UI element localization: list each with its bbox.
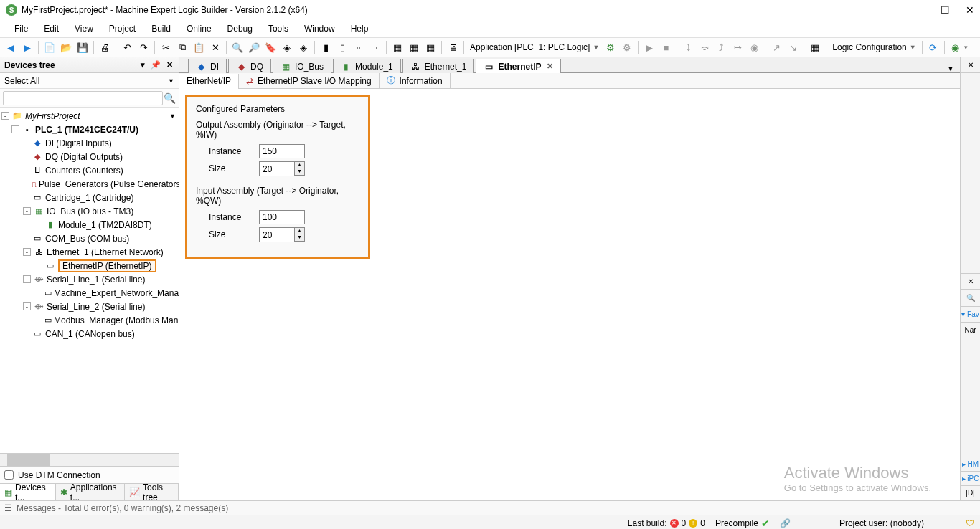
right-close-icon[interactable]: ✕	[961, 57, 980, 73]
clean-all-icon[interactable]: ▫	[367, 39, 383, 55]
right-d-tab[interactable]: |D|	[961, 486, 980, 500]
in-size-spinner[interactable]: ▲▼	[259, 227, 305, 242]
clean-icon[interactable]: ▫	[351, 39, 367, 55]
pin-icon[interactable]: 📌	[149, 60, 162, 70]
out-size-input[interactable]	[260, 162, 294, 176]
run-icon[interactable]: ▶	[641, 39, 657, 55]
collapse-icon[interactable]: -	[23, 302, 31, 310]
tree-di[interactable]: ◆ DI (Digital Inputs)	[0, 136, 179, 150]
shield-icon[interactable]: 🛡	[966, 518, 974, 528]
right-search-icon[interactable]: 🔍	[961, 290, 980, 307]
tree-counters[interactable]: ⵡ Counters (Counters)	[0, 163, 179, 177]
step-icon[interactable]: ↦	[730, 39, 745, 55]
panel2-icon[interactable]: ▦	[406, 39, 422, 55]
tree-ethernetip[interactable]: ▭ EthernetIP (EthernetIP)	[0, 259, 179, 272]
search-icon[interactable]: 🔍	[163, 92, 176, 104]
step-over-icon[interactable]: ⤼	[697, 39, 712, 55]
menu-debug[interactable]: Debug	[220, 22, 260, 35]
panel3-icon[interactable]: ▦	[423, 39, 438, 55]
collapse-icon[interactable]: -	[11, 125, 19, 133]
close-button[interactable]: ✕	[966, 4, 974, 16]
tree-serial1[interactable]: - ⟴ Serial_Line_1 (Serial line)	[0, 272, 179, 286]
tree-module1[interactable]: ▮ Module_1 (TM2DAI8DT)	[0, 218, 179, 232]
login-icon[interactable]: ⚙	[603, 39, 618, 55]
tree-dq[interactable]: ◆ DQ (Digital Outputs)	[0, 150, 179, 163]
menu-project[interactable]: Project	[102, 22, 143, 35]
right-fav-tab[interactable]: ▾ Fav	[961, 307, 980, 323]
bookmark-next-icon[interactable]: ◈	[296, 39, 311, 55]
tree-pulse[interactable]: ⎍ Pulse_Generators (Pulse Generators)	[0, 177, 179, 191]
panel1-icon[interactable]: ▦	[390, 39, 405, 55]
find-next-icon[interactable]: 🔎	[246, 39, 262, 55]
menu-file[interactable]: File	[7, 22, 35, 35]
rebuild-icon[interactable]: ▯	[334, 39, 350, 55]
subtab-ethernetip[interactable]: EtherNet/IP	[179, 74, 239, 90]
logout-icon[interactable]: ⚙	[619, 39, 635, 55]
chevron-down-icon[interactable]: ▼	[169, 113, 179, 120]
nav-back-icon[interactable]: ◀	[3, 39, 19, 55]
right-hm-tab[interactable]: ▸ HM	[961, 457, 980, 472]
select-all-row[interactable]: Select All ▼	[0, 73, 179, 89]
subtab-information[interactable]: ⓘInformation	[380, 73, 451, 89]
undo-icon[interactable]: ↶	[119, 39, 135, 55]
bookmark-icon[interactable]: 🔖	[263, 39, 278, 55]
tree-combus[interactable]: ▭ COM_Bus (COM bus)	[0, 232, 179, 245]
nav-forward-icon[interactable]: ▶	[19, 39, 35, 55]
tab-tools-tree[interactable]: 📈Tools tree	[125, 484, 179, 500]
menu-edit[interactable]: Edit	[37, 22, 66, 35]
tab-dq[interactable]: ◆DQ	[228, 59, 271, 73]
collapse-icon[interactable]: -	[23, 207, 31, 215]
tab-close-icon[interactable]: ✕	[547, 62, 553, 71]
find-icon[interactable]: 🔍	[230, 39, 245, 55]
spin-up-icon[interactable]: ▲	[295, 162, 304, 168]
redo-icon[interactable]: ↷	[136, 39, 151, 55]
dtm-checkbox[interactable]	[4, 470, 14, 480]
stop-icon[interactable]: ■	[658, 39, 674, 55]
spin-down-icon[interactable]: ▼	[295, 234, 304, 241]
out-size-spinner[interactable]: ▲▼	[259, 161, 305, 176]
cut-icon[interactable]: ✂	[158, 39, 174, 55]
tree-cartridge[interactable]: ▭ Cartridge_1 (Cartridge)	[0, 191, 179, 204]
status-icon[interactable]: ◉	[948, 39, 963, 55]
messages-bar[interactable]: ☰ Messages - Total 0 error(s), 0 warning…	[0, 500, 980, 515]
menu-tools[interactable]: Tools	[261, 22, 296, 35]
menu-view[interactable]: View	[67, 22, 100, 35]
menu-help[interactable]: Help	[344, 22, 376, 35]
tree-serial2[interactable]: - ⟴ Serial_Line_2 (Serial line)	[0, 300, 179, 313]
collapse-icon[interactable]: -	[23, 275, 31, 283]
menu-window[interactable]: Window	[297, 22, 342, 35]
right-close2-icon[interactable]: ✕	[961, 274, 980, 290]
collapse-icon[interactable]: -	[23, 248, 31, 256]
connection-icon[interactable]: 🔗	[780, 518, 791, 528]
maximize-button[interactable]: ☐	[941, 4, 950, 16]
panel-close-icon[interactable]: ✕	[165, 60, 174, 70]
tab-nav-dropdown[interactable]: ▼	[941, 65, 960, 72]
tree-plc[interactable]: - ▪ PLC_1 (TM241CEC24T/U)	[0, 123, 179, 136]
device-icon[interactable]: 🖥	[445, 39, 461, 55]
tree-iobus[interactable]: - ▦ IO_Bus (IO bus - TM3)	[0, 204, 179, 218]
tree-menm[interactable]: ▭ Machine_Expert_Network_Manage	[0, 286, 179, 300]
subtab-io-mapping[interactable]: ⇄EthernetIP Slave I/O Mapping	[239, 73, 380, 89]
trace2-icon[interactable]: ↘	[785, 39, 801, 55]
app-context-dropdown[interactable]: Application [PLC_1: PLC Logic] ▼	[467, 42, 602, 52]
tree-can[interactable]: ▭ CAN_1 (CANopen bus)	[0, 327, 179, 340]
save-icon[interactable]: 💾	[75, 39, 90, 55]
right-ipc-tab[interactable]: ▸ iPC	[961, 472, 980, 486]
tab-ethernet1[interactable]: 🖧Ethernet_1	[402, 59, 475, 73]
spin-down-icon[interactable]: ▼	[295, 168, 304, 175]
menu-build[interactable]: Build	[144, 22, 178, 35]
out-instance-input[interactable]	[259, 144, 305, 158]
tree-eth1[interactable]: - 🖧 Ethernet_1 (Ethernet Network)	[0, 245, 179, 259]
tree-search-input[interactable]	[3, 91, 163, 105]
tree-project[interactable]: - 📁 MyFirstProject ▼	[0, 109, 179, 123]
spin-up-icon[interactable]: ▲	[295, 228, 304, 234]
paste-icon[interactable]: 📋	[191, 39, 207, 55]
open-icon[interactable]: 📂	[58, 39, 74, 55]
copy-icon[interactable]: ⧉	[174, 39, 190, 55]
new-icon[interactable]: 📄	[42, 39, 57, 55]
in-instance-input[interactable]	[259, 210, 305, 224]
bookmark-prev-icon[interactable]: ◈	[279, 39, 295, 55]
refresh-icon[interactable]: ⟳	[925, 39, 941, 55]
panel-dropdown-icon[interactable]: ▾	[139, 60, 146, 70]
trace-icon[interactable]: ↗	[768, 39, 784, 55]
